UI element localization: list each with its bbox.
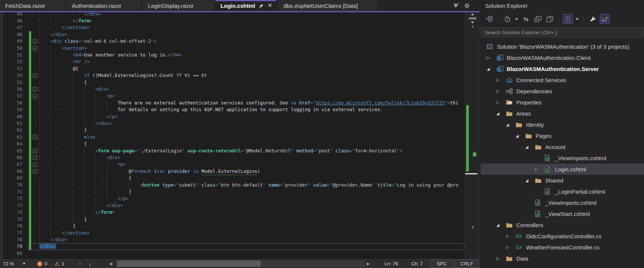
code-line-50[interactable]: 50− <section> [0,45,465,52]
tab-logindisplay-razor[interactable]: LoginDisplay.razor [143,0,213,11]
chevron-collapsed-icon[interactable]: ▷ [496,100,506,105]
next-issue-arrow-icon[interactable]: ↓ [89,261,91,267]
tab-login-cshtml[interactable]: Login.cshtml✕ [215,0,276,11]
tree-item-areas[interactable]: ◢Areas [481,108,644,119]
code-line-59[interactable]: 59 for details on setting up this ASP.NE… [0,106,465,113]
previous-issue-arrow-icon[interactable]: ↑ [79,261,81,267]
tree-item-oidcconfigurationcontroller-cs[interactable]: ▷C#OidcConfigurationController.cs [481,230,644,242]
code-line-68[interactable]: 68− @foreach (var provider in Model.Exte… [0,168,465,175]
sync-with-active-document-icon[interactable]: ⇆ [521,14,531,24]
collapse-all-icon[interactable] [533,14,543,24]
tree-item-data[interactable]: ▷Data [481,253,644,264]
show-all-files-icon[interactable] [563,14,573,24]
code-line-78[interactable]: 78 </div> [0,236,465,243]
code-line-64[interactable]: 64 { [0,141,465,147]
tab-fetchdata-razor[interactable]: FetchData.razor [0,0,65,11]
pin-icon[interactable] [259,3,264,8]
hscroll-left-arrow-icon[interactable]: ◀ [109,259,112,268]
line-ending-indicator[interactable]: CRLF [455,259,479,268]
tree-item-controllers[interactable]: ◢Controllers [481,219,644,230]
chevron-expanded-icon[interactable]: ◢ [525,178,535,183]
chevron-expanded-icon[interactable]: ◢ [487,67,496,71]
dropdown-caret-icon[interactable] [515,18,518,20]
fold-collapse-box[interactable]: − [33,155,37,160]
tree-item-properties[interactable]: ▷Properties [481,97,644,108]
preview-selected-items-icon[interactable] [600,14,609,24]
gear-icon[interactable]: ⚙ [464,2,470,9]
chevron-expanded-icon[interactable]: ◢ [496,111,506,116]
code-line-60[interactable]: 60 </p> [0,113,465,120]
switch-views-icon[interactable] [484,14,494,24]
space-tab-indicator[interactable]: SPC [430,259,454,268]
fold-collapse-box[interactable]: − [33,73,37,78]
code-line-52[interactable]: 52 <hr /> [0,58,465,65]
fold-collapse-box[interactable]: − [33,162,37,167]
tree-item-pages[interactable]: ◢Pages [481,130,644,141]
code-line-54[interactable]: 54− if ((Model.ExternalLogins?.Count ?? … [0,72,465,79]
fold-collapse-box[interactable]: − [33,39,37,43]
tree-item-login-cshtml[interactable]: ▷@Login.cshtml [481,164,644,175]
tree-item-blazorwasmauthentication-server[interactable]: ◢BlazorWASMAuthentication.Server [481,63,644,74]
code-line-70[interactable]: 70 <button type="submit" class="btn btn-… [0,182,465,188]
fold-collapse-box[interactable]: − [33,46,37,51]
fold-collapse-box[interactable]: − [33,135,37,139]
fold-collapse-box[interactable]: − [33,169,37,174]
tree-item-identity[interactable]: ◢Identity [481,119,644,130]
chevron-expanded-icon[interactable]: ◢ [516,133,525,138]
code-editor[interactable]: 45 </div>46 </form>47 </section>48 </div… [0,12,480,259]
scroll-down-arrow-icon[interactable]: ▼ [465,225,480,229]
dropdown-caret-icon[interactable] [576,18,579,20]
code-line-66[interactable]: 66− <div> [0,154,465,161]
close-icon[interactable]: ✕ [267,3,272,9]
code-line-79[interactable]: 79</div> [0,243,465,250]
code-line-55[interactable]: 55 { [0,79,465,86]
tree-item--viewstart-cshtml[interactable]: @_ViewStart.cshtml [481,208,644,219]
code-line-72[interactable]: 72 </p> [0,195,465,202]
tree-item-dependencies[interactable]: ▷Dependencies [481,85,644,97]
code-line-69[interactable]: 69 { [0,175,465,181]
properties-icon[interactable] [588,14,598,24]
tree-item-blazorwasmauthentication-client[interactable]: ▷BlazorWASMAuthentication.Client [481,52,644,63]
chevron-expanded-icon[interactable]: ◢ [506,122,516,127]
code-line-49[interactable]: 49− <div class="col-md-6 col-md-offset-2… [0,38,465,45]
code-line-75[interactable]: 75 } [0,216,465,223]
scroll-up-arrow-icon[interactable]: ▲ [465,24,480,28]
code-lines[interactable]: 45 </div>46 </form>47 </section>48 </div… [0,12,465,257]
code-line-57[interactable]: 57− <p> [0,93,465,99]
fold-collapse-box[interactable]: − [33,94,37,99]
tab-list-dropdown-icon[interactable] [454,4,458,7]
tab-authentication-razor[interactable]: Authentication.razor [67,0,141,11]
zoom-selector[interactable]: 72 % [1,259,28,268]
code-line-61[interactable]: 61 </div> [0,120,465,127]
code-line-47[interactable]: 47 </section> [0,24,465,31]
tree-item-shared[interactable]: ◢Shared [481,175,644,186]
code-line-67[interactable]: 67− <p> [0,161,465,168]
code-line-53[interactable]: 53 @{ [0,65,465,72]
code-line-73[interactable]: 73 </div> [0,202,465,209]
code-line-56[interactable]: 56− <div> [0,86,465,93]
tab-dbo-aspnetuserclaims-data-[interactable]: dbo.AspNetUserClaims [Data] [278,0,377,11]
code-line-48[interactable]: 48 </div> [0,31,465,38]
hscroll-right-arrow-icon[interactable]: ▶ [367,259,370,268]
tree-item--viewimports-cshtml[interactable]: @_ViewImports.cshtml [481,152,644,164]
code-line-58[interactable]: 58 There are no external authentication … [0,100,465,106]
code-line-77[interactable]: 77 </section> [0,230,465,236]
code-line-51[interactable]: 51 <h4>Use another service to log in.</h… [0,52,465,58]
tree-item-account[interactable]: ◢Account [481,141,644,152]
code-line-74[interactable]: 74 </form> [0,209,465,216]
tree-item--loginpartial-cshtml[interactable]: @_LoginPartial.cshtml [481,186,644,197]
chevron-collapsed-icon[interactable]: ▷ [487,55,496,60]
search-input[interactable] [481,28,644,37]
error-summary[interactable]: ✕ 0 ⚠ 1 [37,259,64,268]
code-line-63[interactable]: 63− else [0,134,465,141]
fold-collapse-box[interactable]: − [33,149,37,153]
chevron-collapsed-icon[interactable]: ▷ [506,234,516,239]
editor-split-handle-icon[interactable] [469,13,476,23]
chevron-collapsed-icon[interactable]: ▷ [506,245,516,250]
code-line-46[interactable]: 46 </form> [0,17,465,24]
chevron-collapsed-icon[interactable]: ▷ [496,256,506,261]
tree-item-weatherforecastcontroller-cs[interactable]: ▷C#WeatherForecastController.cs [481,242,644,253]
fold-collapse-box[interactable]: − [33,87,37,91]
chevron-collapsed-icon[interactable]: ▷ [496,89,506,94]
chevron-collapsed-icon[interactable]: ▷ [535,167,545,172]
